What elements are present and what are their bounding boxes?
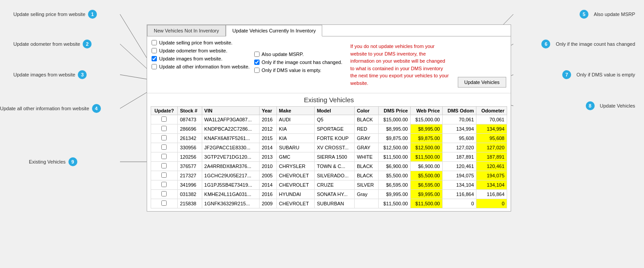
annotation-bubble-3: 3 [78, 70, 87, 79]
col-header-vin: VIN [202, 107, 259, 115]
option-row-3: Update images from website. [152, 56, 250, 61]
option-row-2: Update odometer from website. [152, 48, 250, 53]
table-row: 2158381GNFK36329R215...2009CHEVROLETSUBU… [151, 199, 507, 208]
options-col-left: Update selling price from website. Updat… [152, 40, 250, 89]
table-row: 3419961G1PJ5SB4E73419...2014CHEVROLETCRU… [151, 180, 507, 190]
checkbox-other-info[interactable] [152, 64, 157, 69]
row-update-checkbox[interactable] [161, 135, 167, 140]
option-row-6: Only if the image count has changed. [254, 60, 343, 65]
annotation-1: Update selling price from website 1 [13, 10, 97, 19]
option-row-7: Only if DMS value is empty. [254, 68, 343, 73]
annotation-label-9: Existing Vehicles [29, 159, 66, 164]
checkbox-dms-empty[interactable] [254, 68, 260, 73]
option-label-3: Update images from website. [159, 56, 222, 61]
col-header-odometer: Odometer [476, 107, 507, 115]
col-header-dms-odom: DMS Odom [442, 107, 476, 115]
tab-new-vehicles[interactable]: New Vehicles Not In Inventory [147, 25, 226, 36]
svg-line-1 [120, 44, 147, 68]
table-section: Existing Vehicles Update? Stock # VIN Ye… [147, 93, 511, 211]
col-header-make: Make [276, 107, 314, 115]
checkbox-selling-price[interactable] [152, 40, 157, 45]
option-label-5: Also update MSRP. [262, 52, 304, 57]
annotation-4: Update all other information from websit… [0, 104, 101, 113]
col-header-dms-price: DMS Price [378, 107, 410, 115]
row-update-checkbox[interactable] [161, 163, 167, 168]
annotation-7: Only if DMS value is empty 7 [562, 70, 635, 79]
annotation-8: Update Vehicles 8 [586, 101, 636, 110]
annotation-bubble-5: 5 [580, 10, 588, 19]
annotation-label-4: Update all other information from websit… [0, 106, 89, 111]
checkbox-image-count[interactable] [254, 60, 260, 65]
annotation-label-8: Update Vehicles [600, 103, 636, 108]
col-header-web-price: Web Price [410, 107, 442, 115]
annotation-5: Also update MSRP 5 [580, 10, 635, 19]
annotation-6: Only if the image count has changed 6 [541, 40, 635, 48]
annotation-bubble-4: 4 [92, 104, 101, 113]
tab-update-vehicles[interactable]: Update Vehicles Currently In Inventory [226, 25, 323, 36]
table-row: 286696KNDPBCA22C7286...2012KIASPORTAGERE… [151, 124, 507, 134]
option-label-2: Update odometer from website. [159, 48, 227, 53]
annotation-label-1: Update selling price from website [13, 12, 85, 17]
option-label-6: Only if the image count has changed. [262, 60, 343, 65]
row-update-checkbox[interactable] [161, 144, 167, 150]
table-row: 2173271GCHC29U05E217...2005CHEVROLETSILV… [151, 171, 507, 180]
row-update-checkbox[interactable] [161, 182, 167, 187]
col-header-model: Model [314, 107, 354, 115]
vehicles-table: Update? Stock # VIN Year Make Model Colo… [151, 106, 507, 208]
row-update-checkbox[interactable] [161, 191, 167, 196]
col-header-color: Color [354, 107, 378, 115]
annotation-label-3: Update images from website [13, 72, 75, 77]
col-header-year: Year [259, 107, 276, 115]
table-row: 031382KMHE24L11GA031...2016HYUNDAISONATA… [151, 190, 507, 199]
annotation-2: Update odometer from website 2 [13, 40, 92, 48]
option-row-4: Update all other information from websit… [152, 64, 250, 69]
table-row: 1202563GTP2VE71DG120...2013GMCSIERRA 150… [151, 152, 507, 162]
row-update-checkbox[interactable] [161, 126, 167, 131]
update-vehicles-button[interactable]: Update Vehicles [458, 77, 507, 88]
svg-line-2 [120, 75, 147, 79]
row-update-checkbox[interactable] [161, 116, 167, 122]
annotation-bubble-1: 1 [88, 10, 97, 19]
notice-text: If you do not update vehicles from your … [347, 40, 453, 89]
annotation-bubble-9: 9 [68, 157, 77, 166]
row-update-checkbox[interactable] [161, 200, 167, 206]
annotation-bubble-7: 7 [562, 70, 571, 79]
annotation-label-7: Only if DMS value is empty [576, 72, 635, 77]
annotation-bubble-8: 8 [586, 101, 595, 110]
tab-bar: New Vehicles Not In Inventory Update Veh… [147, 25, 511, 36]
option-label-4: Update all other information from websit… [159, 64, 250, 69]
option-label-7: Only if DMS value is empty. [262, 68, 321, 73]
row-update-checkbox[interactable] [161, 172, 167, 178]
checkbox-images[interactable] [152, 56, 157, 61]
table-row: 3765772A4RR8DX8AR376...2010CHRYSLERTOWN … [151, 162, 507, 171]
annotation-bubble-6: 6 [541, 40, 550, 48]
checkbox-also-msrp[interactable] [254, 52, 260, 57]
annotation-label-5: Also update MSRP [594, 12, 635, 17]
options-area: Update selling price from website. Updat… [147, 36, 511, 93]
option-row-1: Update selling price from website. [152, 40, 250, 45]
options-col-right: Also update MSRP. Only if the image coun… [254, 52, 343, 89]
annotation-bubble-2: 2 [83, 40, 92, 48]
main-panel: New Vehicles Not In Inventory Update Veh… [147, 24, 511, 212]
annotation-label-6: Only if the image count has changed [556, 41, 635, 47]
section-title: Existing Vehicles [151, 96, 507, 104]
update-btn-area: Update Vehicles [458, 40, 507, 89]
annotation-label-2: Update odometer from website [13, 41, 80, 47]
checkbox-odometer[interactable] [152, 48, 157, 53]
option-row-5: Also update MSRP. [254, 52, 343, 57]
table-row: 261342KNAFX6A87F5261...2015KIAFORTE KOUP… [151, 134, 507, 143]
col-header-update: Update? [151, 107, 178, 115]
row-update-checkbox[interactable] [161, 154, 167, 159]
table-row: 330956JF2GPACC1E8330...2014SUBARUXV CROS… [151, 143, 507, 152]
option-label-1: Update selling price from website. [159, 40, 232, 45]
svg-line-0 [120, 14, 147, 58]
table-row: 087473WA1L2AFP3GA087...2016AUDIQ5BLACK$1… [151, 115, 507, 124]
col-header-stock: Stock # [177, 107, 202, 115]
annotation-3: Update images from website 3 [13, 70, 87, 79]
annotation-9: Existing Vehicles 9 [29, 157, 77, 166]
svg-line-3 [120, 92, 147, 108]
